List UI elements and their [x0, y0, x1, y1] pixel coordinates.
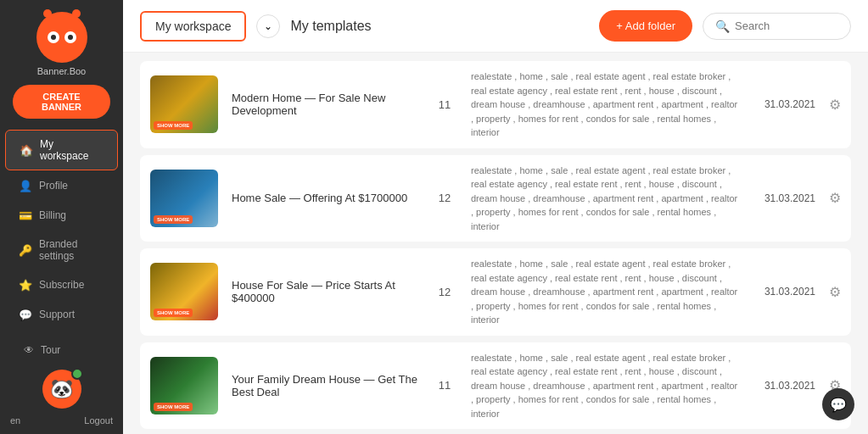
- language-selector[interactable]: en: [10, 415, 20, 426]
- template-thumbnail: SHOW MORE: [150, 75, 218, 133]
- template-tags: realestate , home , sale , real estate a…: [471, 70, 738, 140]
- template-date: 31.03.2021: [752, 286, 815, 298]
- lang-logout-bar: en Logout: [10, 415, 113, 426]
- main-content: My workspace ⌄ My templates + Add folder…: [123, 0, 868, 434]
- sidebar: Banner.Boo CREATE BANNER 🏠 My workspace …: [0, 0, 123, 434]
- sidebar-item-branded-label: Branded settings: [39, 238, 104, 262]
- gear-icon[interactable]: ⚙: [829, 97, 841, 113]
- sidebar-nav: 🏠 My workspace 👤 Profile 💳 Billing 🔑 Bra…: [0, 129, 123, 330]
- chat-bubble[interactable]: 💬: [822, 388, 854, 420]
- sidebar-item-billing-label: Billing: [39, 209, 66, 221]
- template-date: 31.03.2021: [752, 192, 815, 204]
- create-banner-button[interactable]: CREATE BANNER: [13, 85, 110, 119]
- add-folder-button[interactable]: + Add folder: [599, 10, 692, 42]
- brand-name: Banner.Boo: [37, 66, 87, 76]
- table-row: SHOW MORE Modern Home — For Sale New Dev…: [140, 61, 851, 148]
- thumb-bg-3: SHOW MORE: [150, 263, 218, 320]
- template-tags: realestate , home , sale , real estate a…: [471, 351, 738, 421]
- show-more-badge: SHOW MORE: [154, 215, 193, 224]
- search-box: 🔍: [703, 13, 851, 40]
- tour-label: Tour: [41, 344, 60, 356]
- search-icon: 🔍: [715, 19, 730, 33]
- sidebar-item-tour[interactable]: 👁 Tour: [15, 339, 108, 361]
- profile-icon: 👤: [19, 179, 32, 192]
- templates-list: SHOW MORE Modern Home — For Sale New Dev…: [123, 53, 868, 434]
- sidebar-item-branded[interactable]: 🔑 Branded settings: [5, 231, 118, 270]
- template-count: 11: [432, 379, 457, 392]
- gear-icon[interactable]: ⚙: [829, 190, 841, 206]
- logo-ear-left: [43, 9, 52, 18]
- sidebar-bottom: 👁 Tour 🐼 en Logout: [0, 330, 123, 434]
- search-input[interactable]: [735, 19, 845, 32]
- logo: [36, 12, 87, 63]
- template-count: 12: [432, 192, 457, 204]
- thumb-bg-4: SHOW MORE: [150, 357, 218, 415]
- sidebar-item-billing[interactable]: 💳 Billing: [5, 201, 118, 230]
- support-icon: 💬: [19, 308, 32, 321]
- subscribe-icon: ⭐: [19, 278, 32, 292]
- template-name: House For Sale — Price Starts At $400000: [232, 279, 418, 304]
- sidebar-item-support-label: Support: [39, 309, 75, 320]
- template-date: 31.03.2021: [752, 380, 815, 392]
- header: My workspace ⌄ My templates + Add folder…: [123, 0, 868, 53]
- workspace-button[interactable]: My workspace: [140, 11, 246, 42]
- template-thumbnail: SHOW MORE: [150, 170, 218, 227]
- sidebar-item-workspace-label: My workspace: [40, 138, 104, 162]
- template-thumbnail: SHOW MORE: [150, 263, 218, 320]
- show-more-badge: SHOW MORE: [154, 121, 193, 130]
- sidebar-item-subscribe-label: Subscribe: [39, 279, 84, 291]
- template-count: 11: [432, 98, 457, 111]
- logo-eye-right: [64, 31, 76, 43]
- dropdown-button[interactable]: ⌄: [256, 14, 280, 38]
- page-title: My templates: [290, 19, 589, 34]
- logout-link[interactable]: Logout: [84, 415, 113, 426]
- table-row: SHOW MORE House For Sale — Price Starts …: [140, 248, 851, 336]
- sidebar-item-subscribe[interactable]: ⭐ Subscribe: [5, 270, 118, 299]
- logo-eyes: [48, 31, 76, 43]
- template-thumbnail: SHOW MORE: [150, 357, 218, 415]
- branded-icon: 🔑: [19, 243, 32, 257]
- billing-icon: 💳: [19, 209, 32, 222]
- table-row: SHOW MORE Your Family Dream House — Get …: [140, 342, 851, 430]
- thumb-bg-2: SHOW MORE: [150, 170, 218, 227]
- template-tags: realestate , home , sale , real estate a…: [471, 257, 738, 327]
- template-date: 31.03.2021: [752, 98, 815, 110]
- show-more-badge: SHOW MORE: [154, 403, 193, 411]
- tour-icon: 👁: [24, 344, 34, 356]
- template-name: Modern Home — For Sale New Development: [232, 92, 418, 117]
- logo-ear-right: [72, 9, 81, 18]
- template-name: Home Sale — Offering At $1700000: [232, 192, 418, 204]
- gear-icon[interactable]: ⚙: [829, 284, 841, 300]
- avatar: 🐼: [42, 370, 81, 409]
- show-more-badge: SHOW MORE: [154, 309, 193, 317]
- template-tags: realestate , home , sale , real estate a…: [471, 164, 738, 234]
- template-name: Your Family Dream House — Get The Best D…: [232, 373, 418, 398]
- sidebar-item-profile[interactable]: 👤 Profile: [5, 171, 118, 200]
- sidebar-item-support[interactable]: 💬 Support: [5, 300, 118, 329]
- table-row: SHOW MORE Home Sale — Offering At $17000…: [140, 155, 851, 242]
- logo-eye-left: [48, 31, 59, 43]
- template-count: 12: [432, 286, 457, 298]
- sidebar-item-profile-label: Profile: [39, 180, 68, 192]
- avatar-badge: [71, 368, 83, 380]
- sidebar-item-workspace[interactable]: 🏠 My workspace: [5, 130, 118, 170]
- thumb-bg-1: SHOW MORE: [150, 75, 218, 133]
- workspace-icon: 🏠: [20, 143, 33, 157]
